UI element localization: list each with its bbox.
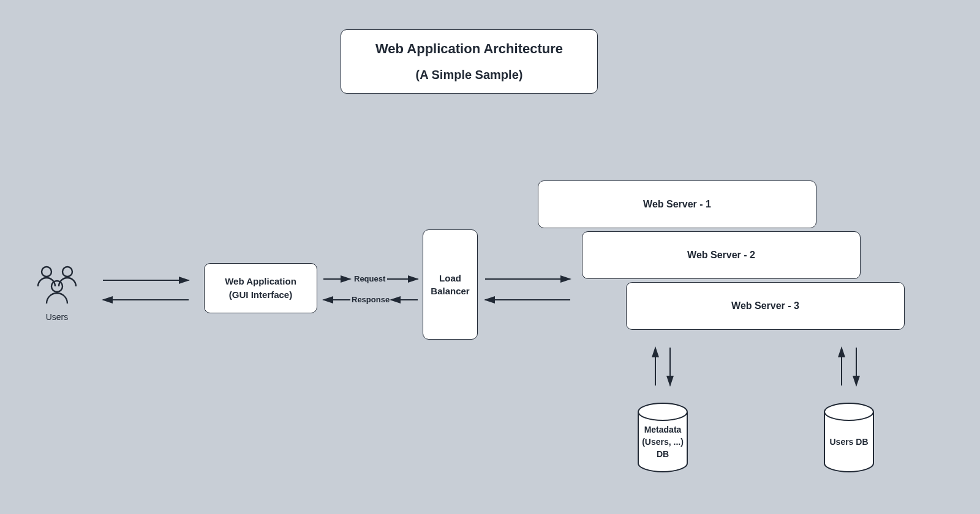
arrow-lb-to-servers — [481, 273, 573, 306]
metadata-db-label-1: Metadata — [644, 425, 682, 434]
database-icon: Users DB — [818, 401, 880, 474]
users-db-node: Users DB — [818, 401, 880, 477]
svg-point-2 — [51, 281, 62, 292]
metadata-db-label-3: DB — [657, 449, 669, 459]
users-db-label: Users DB — [829, 437, 868, 447]
web-server-2-label: Web Server - 2 — [687, 250, 755, 261]
web-server-1-node: Web Server - 1 — [538, 181, 816, 228]
users-icon — [29, 263, 85, 307]
webapp-label-1: Web Application — [225, 275, 296, 289]
svg-point-1 — [62, 267, 72, 277]
load-balancer-node: Load Balancer — [423, 229, 478, 340]
database-icon: Metadata (Users, ...) DB — [632, 401, 693, 474]
lb-label-2: Balancer — [431, 285, 469, 297]
users-node: Users — [29, 263, 85, 322]
diagram-canvas: { "title": { "main": "Web Application Ar… — [0, 0, 980, 514]
arrow-server-to-users-db — [834, 343, 865, 392]
web-server-1-label: Web Server - 1 — [643, 199, 711, 210]
request-label: Request — [354, 274, 385, 283]
metadata-db-node: Metadata (Users, ...) DB — [632, 401, 693, 477]
web-server-3-node: Web Server - 3 — [626, 282, 905, 330]
lb-label-1: Load — [439, 272, 461, 285]
web-server-3-label: Web Server - 3 — [731, 300, 799, 311]
svg-point-16 — [824, 403, 873, 420]
svg-point-15 — [638, 403, 687, 420]
svg-point-0 — [42, 267, 51, 277]
title-box: Web Application Architecture (A Simple S… — [341, 29, 598, 94]
webapp-label-2: (GUI Interface) — [229, 288, 292, 302]
users-label: Users — [29, 312, 85, 322]
diagram-title: Web Application Architecture — [375, 41, 563, 57]
metadata-db-label-2: (Users, ...) — [642, 437, 684, 447]
diagram-subtitle: (A Simple Sample) — [416, 68, 523, 82]
web-application-node: Web Application (GUI Interface) — [204, 263, 317, 313]
arrow-users-to-webapp — [97, 275, 195, 306]
response-label: Response — [352, 295, 390, 304]
arrow-server-to-metadata-db — [648, 343, 679, 392]
web-server-2-node: Web Server - 2 — [582, 231, 861, 279]
